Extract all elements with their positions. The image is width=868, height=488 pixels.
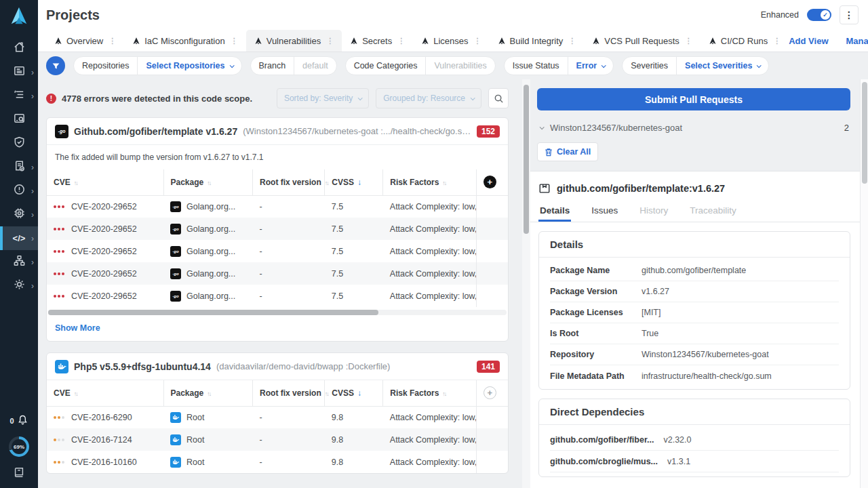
- filter-branch[interactable]: Branch default: [250, 56, 337, 75]
- sort-icon: ↑↓: [325, 180, 328, 186]
- nav-settings[interactable]: ›: [0, 274, 38, 298]
- brand-logo-icon[interactable]: [0, 0, 38, 31]
- tab-kebab-icon[interactable]: ⋮: [773, 37, 781, 45]
- nav-alerts[interactable]: ›: [0, 179, 38, 203]
- direct-dependencies-card: Direct Dependecies github.com/gofiber/fi…: [538, 399, 850, 477]
- card-header[interactable]: -go Github.com/gofiber/template v1.6.27 …: [47, 118, 508, 145]
- notifications[interactable]: 0: [9, 414, 28, 427]
- manage-views-link[interactable]: Manage Views: [846, 36, 868, 46]
- column-header-package[interactable]: Package↑↓: [163, 380, 253, 406]
- repo-group-row[interactable]: Winston1234567/kubernetes-goat 2: [537, 110, 850, 142]
- nav-dashboards[interactable]: ›: [0, 60, 38, 84]
- nav-search[interactable]: [0, 108, 38, 131]
- nav-reports[interactable]: ›: [0, 155, 38, 179]
- tab-traceability[interactable]: Traceability: [688, 203, 738, 222]
- detail-label: Is Root: [550, 329, 642, 338]
- cvss-score: 7.5: [325, 285, 383, 307]
- enhanced-toggle[interactable]: ✓: [807, 9, 831, 21]
- table-row[interactable]: CVE-2016-6290 Root - 9.8 Attack Complexi…: [47, 406, 508, 428]
- table-row[interactable]: CVE-2016-10160 Root - 9.8 Attack Complex…: [47, 451, 508, 473]
- tab-build-integrity[interactable]: Build Integrity ⋮: [490, 30, 585, 52]
- tab-licenses[interactable]: Licenses ⋮: [413, 30, 489, 52]
- search-button[interactable]: [488, 88, 509, 108]
- filter-funnel-button[interactable]: [46, 56, 65, 75]
- scrollbar-thumb[interactable]: [524, 85, 529, 234]
- repo-group-name: Winston1234567/kubernetes-goat: [550, 123, 682, 133]
- column-header-root-fix[interactable]: Root fix version↑↓: [253, 169, 325, 195]
- scrollbar-thumb[interactable]: [48, 310, 378, 315]
- tab-overview[interactable]: Overview ⋮: [46, 30, 124, 52]
- card-header[interactable]: Php5 v5.5.9+dfsg-1ubuntu4.14 (davidaavil…: [47, 353, 508, 380]
- clear-all-button[interactable]: Clear All: [537, 142, 598, 161]
- nav-code-security[interactable]: </> ›: [0, 226, 38, 250]
- add-column-button[interactable]: +: [484, 176, 496, 188]
- details-card: Details Package Name github.com/gofiber/…: [538, 231, 850, 390]
- table-row[interactable]: CVE-2020-29652 -goGolang.org... - 7.5 At…: [47, 195, 508, 218]
- column-header-cvss[interactable]: CVSS↓: [325, 169, 383, 195]
- dependency-row: github.com/cbroglie/mus... v1.3.1: [550, 451, 839, 472]
- tab-kebab-icon[interactable]: ⋮: [108, 37, 116, 45]
- table-row[interactable]: CVE-2016-7124 Root - 9.8 Attack Complexi…: [47, 428, 508, 451]
- tab-kebab-icon[interactable]: ⋮: [326, 37, 334, 45]
- nav-compute[interactable]: ›: [0, 203, 38, 226]
- tab-issues[interactable]: Issues: [590, 203, 619, 222]
- nav-compliance[interactable]: [0, 131, 38, 155]
- nav-policies[interactable]: ›: [0, 84, 38, 108]
- panel-scrollbar[interactable]: [860, 79, 868, 488]
- nav-network[interactable]: ›: [0, 250, 38, 274]
- column-header-cve[interactable]: CVE↑↓: [47, 380, 163, 406]
- view-logo-icon: [132, 37, 140, 45]
- column-header-package[interactable]: Package↑↓: [163, 169, 253, 195]
- tab-cicd-runs[interactable]: CI/CD Runs ⋮: [701, 30, 789, 52]
- filter-severities[interactable]: Severities Select Severities: [622, 56, 769, 75]
- add-column-button[interactable]: +: [484, 386, 496, 399]
- add-view-link[interactable]: Add View: [789, 36, 828, 46]
- tab-secrets[interactable]: Secrets ⋮: [342, 30, 413, 52]
- notifications-count: 0: [9, 417, 14, 425]
- view-logo-icon: [592, 37, 600, 45]
- scrollbar-thumb[interactable]: [862, 82, 867, 184]
- submit-pull-requests-button[interactable]: Submit Pull Requests: [537, 88, 850, 110]
- scan-progress-value: 69%: [12, 439, 26, 454]
- tab-vcs-pull-requests[interactable]: VCS Pull Requests ⋮: [584, 30, 701, 52]
- docs-book-icon[interactable]: [13, 466, 25, 481]
- tab-kebab-icon[interactable]: ⋮: [231, 37, 238, 45]
- sidebar-footer: 0 69%: [9, 414, 29, 481]
- tab-details[interactable]: Details: [538, 203, 571, 222]
- filter-repositories[interactable]: Repositories Select Repositories: [73, 56, 242, 75]
- filter-issue-status[interactable]: Issue Status Error: [504, 56, 614, 75]
- tab-history[interactable]: History: [638, 203, 669, 222]
- column-header-root-fix[interactable]: Root fix version↑↓: [253, 380, 325, 406]
- table-row[interactable]: CVE-2020-29652 -goGolang.org... - 7.5 At…: [47, 240, 508, 262]
- table-row[interactable]: CVE-2020-29652 -goGolang.org... - 7.5 At…: [47, 285, 508, 307]
- pull-request-panel: Submit Pull Requests Winston1234567/kube…: [530, 79, 860, 488]
- chevron-right-icon: ›: [31, 187, 34, 195]
- table-row[interactable]: CVE-2020-29652 -goGolang.org... - 7.5 At…: [47, 262, 508, 285]
- tab-vulnerabilities[interactable]: Vulnerabilities ⋮: [246, 30, 342, 52]
- filter-code-categories[interactable]: Code Categories Vulnerabilities: [345, 56, 496, 75]
- nav-home[interactable]: [0, 37, 38, 60]
- column-header-cve[interactable]: CVE↑↓: [47, 169, 163, 195]
- horizontal-scrollbar[interactable]: [48, 310, 507, 315]
- sorted-by-dropdown[interactable]: Sorted by: Severity: [277, 88, 369, 108]
- tab-kebab-icon[interactable]: ⋮: [568, 37, 576, 45]
- table-row[interactable]: CVE-2020-29652 -goGolang.org... - 7.5 At…: [47, 218, 508, 240]
- tab-kebab-icon[interactable]: ⋮: [474, 37, 481, 45]
- tab-iac-misconfiguration[interactable]: IaC Misconfiguration ⋮: [124, 30, 246, 52]
- show-more-link[interactable]: Show More: [47, 315, 508, 341]
- severity-dots: [54, 295, 64, 298]
- content-scrollbar[interactable]: [522, 79, 530, 488]
- column-header-risk[interactable]: Risk Factors↑↓: [383, 380, 477, 406]
- column-header-risk[interactable]: Risk Factors↑↓: [383, 169, 477, 195]
- page-kebab-menu-button[interactable]: ⋮: [840, 5, 859, 24]
- column-header-cvss[interactable]: CVSS↓: [325, 380, 383, 406]
- tab-kebab-icon[interactable]: ⋮: [397, 37, 405, 45]
- severity-dots: [54, 439, 64, 441]
- grouped-by-dropdown[interactable]: Grouped by: Resource: [376, 88, 481, 108]
- vulnerability-table: CVE↑↓ Package↑↓ Root fix version↑↓ CVSS↓…: [47, 169, 508, 307]
- chevron-down-icon: [358, 96, 363, 100]
- detail-row: Package Version v1.6.27: [550, 281, 839, 302]
- card-title: Php5 v5.5.9+dfsg-1ubuntu4.14: [74, 361, 211, 372]
- scan-progress-ring[interactable]: 69%: [9, 436, 29, 457]
- tab-kebab-icon[interactable]: ⋮: [685, 37, 692, 45]
